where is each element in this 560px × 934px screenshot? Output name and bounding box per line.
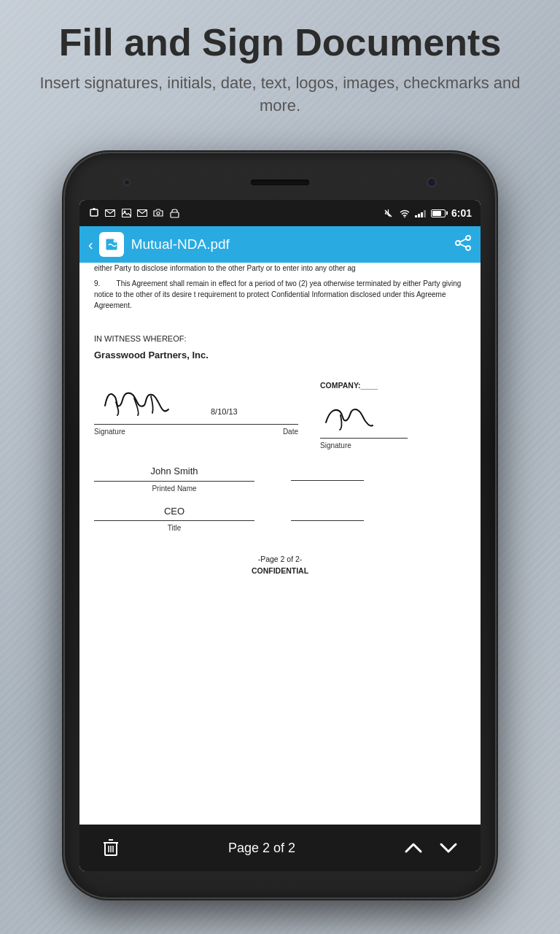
document-content: either Party to disclose information to … (79, 263, 481, 825)
doc-para-2: 9. This Agreement shall remain in effect… (94, 278, 466, 311)
phone-top (79, 168, 481, 197)
sig-with-date: 8/10/13 (94, 380, 298, 424)
company-sig-block: COMPANY:____ Signature (320, 380, 408, 451)
left-sig-block: 8/10/13 Signature Date (94, 380, 298, 437)
document-title: Mutual-NDA.pdf (131, 236, 454, 252)
company-label: COMPANY:____ (320, 380, 408, 392)
camera-icon (152, 207, 164, 219)
front-camera-left (123, 179, 131, 186)
printed-name-label: Printed Name (152, 482, 196, 494)
svg-point-12 (466, 246, 470, 250)
title-section: CEO Title (94, 504, 466, 534)
title-block: CEO Title (94, 504, 254, 534)
page-footer-text: -Page 2 of 2- (94, 554, 466, 566)
svg-rect-0 (90, 209, 98, 216)
bottom-toolbar: Page 2 of 2 (79, 825, 481, 871)
phone-screen: 6:01 ‹ Mutual-NDA.pdf (79, 200, 481, 871)
date-label: Date (283, 426, 298, 437)
notification-icon (88, 207, 100, 219)
prev-page-button[interactable] (403, 840, 424, 856)
status-right: 6:01 (383, 207, 472, 219)
signature-row: 8/10/13 Signature Date COMPANY:____ (94, 380, 466, 451)
phone-device: 6:01 ‹ Mutual-NDA.pdf (65, 153, 495, 898)
gmail2-icon (136, 207, 148, 219)
phone-body: 6:01 ‹ Mutual-NDA.pdf (65, 153, 495, 898)
doc-footer: -Page 2 of 2- CONFIDENTIAL (94, 554, 466, 577)
signer-name: John Smith (150, 464, 198, 479)
mute-icon (383, 207, 394, 219)
status-icons-left (88, 207, 180, 219)
gmail-icon (104, 207, 116, 219)
app-toolbar: ‹ Mutual-NDA.pdf (79, 226, 481, 263)
witness-label: IN WITNESS WHEREOF: (94, 333, 466, 345)
store-icon (168, 207, 180, 219)
nav-arrows (403, 840, 459, 856)
signature-label: Signature (94, 426, 283, 437)
next-page-button[interactable] (438, 840, 459, 856)
doc-para-1: either Party to disclose information to … (94, 263, 466, 274)
share-button[interactable] (454, 235, 472, 254)
page-indicator: Page 2 of 2 (228, 841, 295, 856)
name-block: John Smith Printed Name (94, 464, 254, 494)
main-title: Fill and Sign Documents (29, 22, 531, 63)
status-time: 6:01 (451, 207, 472, 219)
speaker (251, 180, 309, 185)
svg-line-14 (460, 244, 466, 247)
svg-point-10 (466, 236, 470, 240)
back-button[interactable]: ‹ (88, 236, 93, 253)
app-logo (99, 232, 124, 257)
company-signature-image (320, 395, 408, 439)
company-name-block (291, 480, 364, 494)
company-title-underline (291, 520, 364, 521)
svg-point-9 (404, 217, 405, 218)
title-label: Title (168, 521, 182, 533)
svg-point-11 (456, 241, 460, 245)
svg-point-6 (157, 212, 160, 215)
company-sig-label: Signature (320, 439, 408, 451)
company-name: Grasswood Partners, Inc. (94, 348, 466, 363)
svg-rect-1 (93, 208, 96, 210)
status-bar: 6:01 (79, 200, 481, 226)
delete-button[interactable] (101, 838, 120, 858)
image-icon (120, 207, 132, 219)
confidential-text: CONFIDENTIAL (94, 566, 466, 577)
svg-rect-7 (171, 212, 179, 217)
svg-line-13 (460, 239, 466, 242)
sig-labels: Signature Date (94, 425, 298, 437)
sign-date: 8/10/13 (211, 406, 238, 418)
battery-icon (431, 209, 446, 217)
printed-name-section: John Smith Printed Name (94, 464, 466, 494)
company-name-underline (291, 480, 364, 481)
company-title-block (291, 520, 364, 534)
witness-section: IN WITNESS WHEREOF: Grasswood Partners, … (94, 333, 466, 362)
app-header: Fill and Sign Documents Insert signature… (0, 0, 560, 132)
signature-image (94, 380, 203, 424)
signal-icon (415, 209, 427, 217)
subtitle: Insert signatures, initials, date, text,… (29, 72, 531, 117)
wifi-icon (399, 207, 411, 219)
signer-title: CEO (164, 504, 184, 519)
front-camera (427, 177, 437, 188)
